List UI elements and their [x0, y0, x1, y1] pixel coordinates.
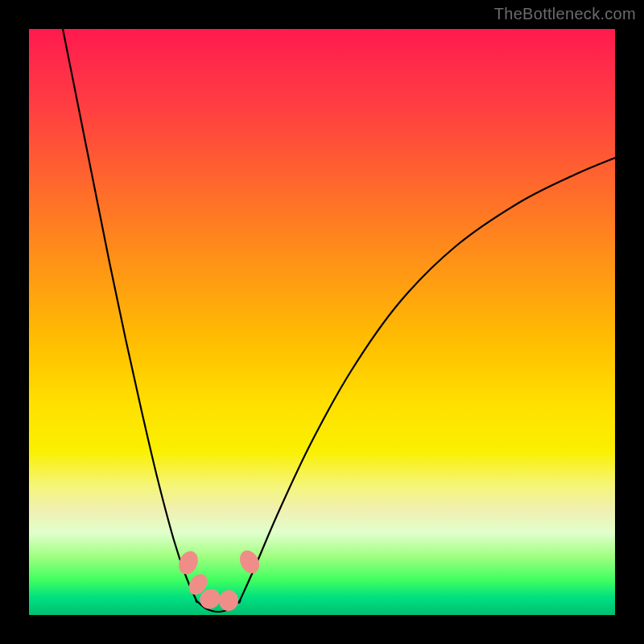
curve-layer	[29, 29, 615, 615]
marker-blob	[218, 589, 239, 612]
marker-blob	[236, 547, 263, 577]
bottleneck-curve	[63, 29, 615, 612]
plot-area	[29, 29, 615, 615]
marker-blob	[175, 548, 202, 577]
chart-frame: TheBottleneck.com	[0, 0, 644, 644]
watermark-text: TheBottleneck.com	[494, 5, 636, 23]
